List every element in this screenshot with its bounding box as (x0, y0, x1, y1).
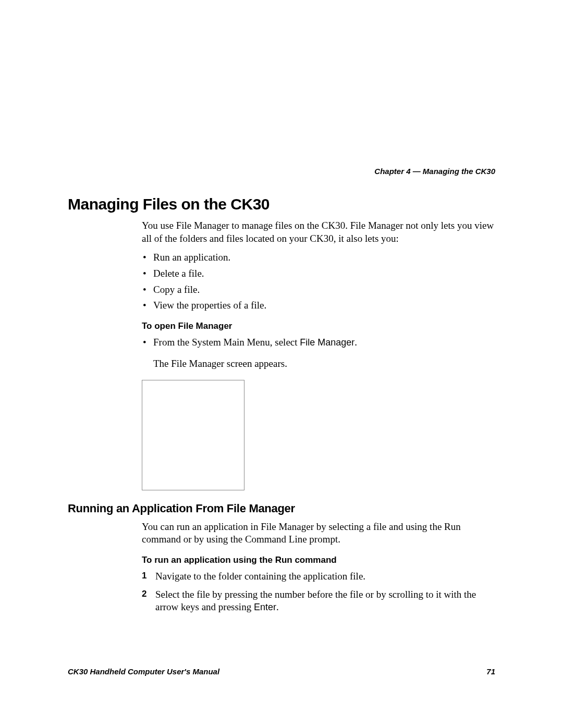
section2-body: You can run an application in File Manag… (142, 521, 495, 614)
section1-step-list: From the System Main Menu, select File M… (142, 336, 495, 349)
document-page: Chapter 4 — Managing the CK30 Managing F… (0, 0, 563, 614)
section1-body: You use File Manager to manage files on … (142, 219, 495, 490)
section-heading-2: Running an Application From File Manager (68, 502, 495, 515)
page-footer: CK30 Handheld Computer User's Manual 71 (68, 667, 495, 676)
step-number: 1 (142, 570, 146, 582)
list-item: Delete a file. (142, 267, 495, 280)
key-name: Enter (254, 602, 276, 612)
step-number: 2 (142, 588, 146, 600)
step-text: Select the file by pressing the number b… (155, 589, 476, 613)
list-item: From the System Main Menu, select File M… (142, 336, 495, 349)
section2-subhead: To run an application using the Run comm… (142, 554, 495, 566)
screenshot-placeholder (142, 380, 244, 490)
section1-bullet-list: Run an application. Delete a file. Copy … (142, 251, 495, 312)
list-item: View the properties of a file. (142, 299, 495, 312)
section1-result: The File Manager screen appears. (142, 357, 495, 371)
list-item: 1 Navigate to the folder containing the … (142, 570, 495, 583)
footer-title: CK30 Handheld Computer User's Manual (68, 667, 219, 676)
step-text: Navigate to the folder containing the ap… (155, 571, 365, 582)
section1-subhead: To open File Manager (142, 320, 495, 332)
list-item: 2 Select the file by pressing the number… (142, 588, 495, 614)
step-text-suffix: . (354, 337, 357, 348)
step-text-suffix: . (276, 601, 279, 612)
section2-steps: 1 Navigate to the folder containing the … (142, 570, 495, 614)
section-heading-1: Managing Files on the CK30 (68, 195, 495, 213)
chapter-header: Chapter 4 — Managing the CK30 (68, 167, 495, 176)
menu-name: File Manager (300, 337, 354, 348)
step-text-prefix: From the System Main Menu, select (153, 337, 300, 348)
section1-intro: You use File Manager to manage files on … (142, 219, 495, 245)
page-number: 71 (486, 667, 495, 676)
list-item: Copy a file. (142, 283, 495, 297)
section2-intro: You can run an application in File Manag… (142, 521, 495, 546)
list-item: Run an application. (142, 251, 495, 264)
